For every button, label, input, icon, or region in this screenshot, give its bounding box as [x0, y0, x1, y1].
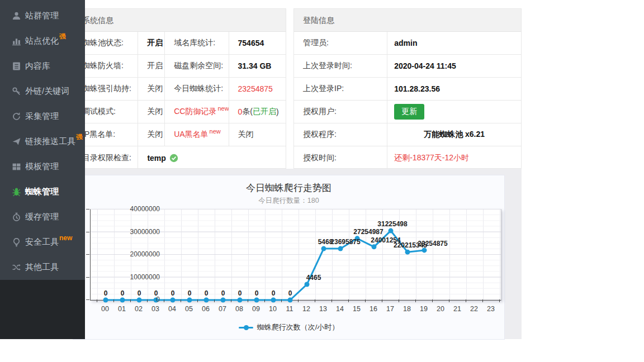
- x-axis-tick-label: 01: [118, 305, 126, 313]
- info-value: 关闭: [147, 84, 163, 94]
- document-icon: [12, 61, 21, 71]
- x-axis-tick-label: 19: [420, 305, 428, 313]
- table-row: 上次登录时间:2020-04-24 11:45: [294, 55, 521, 78]
- x-axis-tick-label: 18: [403, 305, 411, 313]
- sidebar-item-label: 蜘蛛管理: [25, 187, 59, 197]
- x-axis-tick: [499, 299, 500, 302]
- x-axis-tick-label: 09: [252, 305, 260, 313]
- x-axis-tick: [315, 299, 315, 302]
- info-value: 23254875: [238, 84, 273, 93]
- info-value-cell: 更新: [387, 101, 521, 123]
- info-value: 蜘蛛强引劫持:: [82, 84, 131, 94]
- info-value-cell: 101.28.23.56: [387, 78, 521, 100]
- x-axis-tick: [482, 299, 483, 302]
- info-value-cell: 开启: [138, 55, 165, 77]
- x-axis-tick-label: 13: [319, 305, 327, 313]
- x-axis-tick: [248, 299, 248, 302]
- y-axis-tick: [86, 232, 89, 232]
- y-axis-tick: [86, 277, 89, 278]
- y-axis-tick-label: 30000000: [130, 228, 160, 236]
- info-value: 条(: [242, 107, 253, 117]
- data-point-label: 0: [221, 289, 225, 297]
- info-value: 开启: [147, 38, 163, 48]
- info-label: 授权时间:: [294, 146, 387, 169]
- data-point: [238, 298, 243, 303]
- sync-icon: [12, 112, 21, 121]
- sidebar-item-2[interactable]: 站点优化强: [0, 28, 85, 54]
- sidebar-item-7[interactable]: 模板管理: [0, 154, 85, 179]
- info-value: 关闭: [147, 130, 163, 140]
- info-label: 磁盘剩余空间:: [165, 55, 229, 77]
- info-value: 754654: [238, 39, 264, 47]
- info-value: 已开启: [253, 107, 276, 117]
- info-value: 调试模式:: [82, 107, 116, 117]
- data-point: [254, 298, 259, 303]
- sidebar-item-1[interactable]: 站群管理: [0, 3, 85, 28]
- x-axis-tick-label: 03: [151, 305, 159, 313]
- sidebar-item-label: 其他工具: [25, 262, 59, 273]
- link-text[interactable]: UA黑名单: [174, 130, 208, 140]
- info-value-cell: 2020-04-24 11:45: [387, 55, 521, 77]
- x-axis-tick: [382, 299, 382, 302]
- y-axis-tick-label: 40000000: [130, 205, 160, 213]
- data-point-label: 0: [171, 289, 175, 297]
- info-value: new: [217, 105, 229, 112]
- sidebar-item-4[interactable]: 外链/关键词: [0, 79, 85, 104]
- info-label: 授权用户:: [294, 101, 387, 123]
- info-value-cell: 关闭: [138, 123, 165, 146]
- x-axis-tick-label: 14: [336, 305, 344, 313]
- data-point: [389, 228, 394, 234]
- x-axis-tick: [197, 299, 198, 302]
- info-value-cell: 31.34 GB: [229, 55, 286, 77]
- info-value: temp: [147, 154, 165, 163]
- info-value: new: [210, 128, 221, 135]
- sidebar-item-9[interactable]: 缓存管理: [0, 204, 85, 230]
- sidebar-item-label: 内容库: [25, 61, 50, 72]
- data-point-label: 23254875: [418, 240, 447, 247]
- login-info-panel: 登陆信息 管理员:admin上次登录时间:2020-04-24 11:45上次登…: [293, 8, 522, 169]
- x-axis-tick: [214, 299, 215, 302]
- data-point: [305, 282, 310, 287]
- info-label: 今日蜘蛛统计:: [165, 78, 229, 100]
- sidebar-item-6[interactable]: 链接推送工具强: [0, 129, 85, 154]
- legend-label: 蜘蛛爬行次数（次/小时）: [257, 322, 339, 332]
- table-row: 授权用户:更新: [294, 101, 521, 123]
- sidebar-item-11[interactable]: 其他工具: [0, 255, 85, 280]
- info-value-cell: 23254875: [229, 78, 286, 100]
- x-axis-tick: [147, 299, 148, 302]
- info-value-cell: 关闭: [229, 123, 286, 146]
- x-axis-tick-label: 15: [353, 305, 361, 313]
- user-icon: [12, 11, 21, 21]
- info-value-cell: 关闭: [138, 78, 165, 100]
- info-value: 目录权限检查:: [82, 153, 131, 163]
- x-axis-tick-label: 02: [135, 305, 143, 313]
- sidebar-item-3[interactable]: 内容库: [0, 54, 85, 79]
- spider-trend-chart-card: 今日蜘蛛爬行走势图 今日爬行数量：180 0000000000004465546…: [73, 175, 505, 340]
- x-axis-tick-label: 07: [219, 305, 226, 313]
- x-axis-tick: [415, 299, 416, 302]
- legend-line-marker-icon: [239, 325, 253, 330]
- info-label: 管理员:: [294, 32, 387, 54]
- sidebar-item-10[interactable]: 安全工具new: [0, 230, 85, 255]
- data-point: [338, 246, 343, 251]
- app-root: 系统信息 蜘蛛池状态:开启域名库统计:754654蜘蛛防火墙:开启磁盘剩余空间:…: [0, 0, 644, 362]
- data-point-label: 0: [104, 289, 108, 297]
- chart-subtitle: 今日爬行数量：180: [73, 196, 504, 206]
- data-point: [120, 298, 125, 303]
- link-text[interactable]: CC防御记录: [174, 107, 216, 117]
- update-button[interactable]: 更新: [394, 104, 424, 120]
- info-value: IP黑名单:: [82, 130, 115, 140]
- sidebar-item-8[interactable]: 蜘蛛管理: [0, 179, 85, 204]
- sidebar-item-5[interactable]: 采集管理: [0, 104, 85, 129]
- data-point: [171, 298, 176, 303]
- chart-title: 今日蜘蛛爬行走势图: [73, 182, 504, 194]
- info-value: 101.28.23.56: [394, 84, 440, 93]
- info-value-cell: 754654: [229, 32, 286, 54]
- data-point: [137, 298, 142, 303]
- send-icon: [12, 137, 21, 146]
- table-row: IP黑名单:关闭UA黑名单new关闭: [73, 123, 286, 146]
- x-axis-tick-label: 00: [101, 305, 109, 313]
- info-value-cell: temp: [138, 146, 286, 169]
- info-label-text: 上次登录IP:: [303, 84, 344, 94]
- chart-legend-item[interactable]: 蜘蛛爬行次数（次/小时）: [73, 322, 504, 332]
